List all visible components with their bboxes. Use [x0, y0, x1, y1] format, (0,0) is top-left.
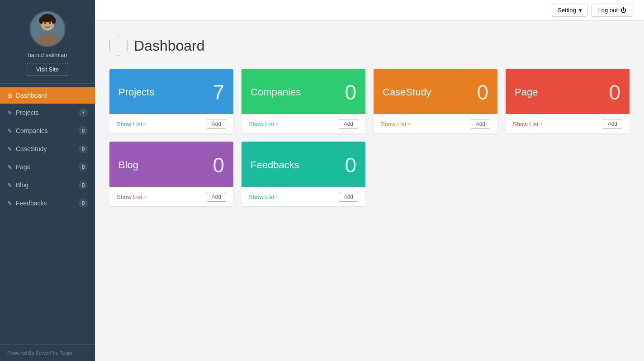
- card-casestudy-count: 0: [477, 80, 488, 104]
- chevron-right-icon: ›: [276, 194, 278, 200]
- sidebar-profile: hamid salimian Visit Site: [0, 0, 95, 84]
- card-blog: Blog 0 Show List › Add: [109, 142, 233, 206]
- card-casestudy-bottom: Show List › Add: [374, 114, 497, 133]
- chevron-right-icon: ›: [144, 194, 146, 200]
- main-content: Setting ▾ Log out ⏻ Dashboard Projects 7: [95, 0, 644, 361]
- chevron-right-icon: ›: [144, 121, 146, 127]
- blog-show-list-label: Show List: [117, 194, 142, 200]
- svg-point-6: [39, 17, 43, 24]
- card-companies-top: Companies 0: [242, 69, 365, 114]
- card-page-label: Page: [515, 86, 538, 98]
- card-feedbacks-count: 0: [345, 153, 356, 177]
- companies-badge: 0: [79, 126, 88, 135]
- card-page-bottom: Show List › Add: [506, 114, 630, 133]
- edit-icon: ✎: [7, 128, 12, 134]
- sidebar-item-label: CaseStudy: [16, 145, 47, 152]
- card-page-top: Page 0: [506, 69, 630, 114]
- casestudy-show-list-label: Show List: [381, 121, 406, 128]
- sidebar-item-dashboard[interactable]: ⊞ Dashboard: [0, 87, 95, 104]
- card-blog-bottom: Show List › Add: [109, 187, 233, 206]
- content-area: Dashboard Projects 7 Show List › Add: [95, 21, 644, 221]
- svg-point-4: [49, 22, 51, 24]
- topbar: Setting ▾ Log out ⏻: [95, 0, 644, 21]
- sidebar-item-label: Companies: [16, 127, 48, 134]
- sidebar-item-projects[interactable]: ✎ Projects 7: [0, 104, 95, 122]
- casestudy-show-list-link[interactable]: Show List ›: [381, 121, 410, 128]
- card-companies-bottom: Show List › Add: [242, 114, 365, 133]
- sidebar-item-feedbacks[interactable]: ✎ Feedbacks 0: [0, 194, 95, 212]
- card-projects-top: Projects 7: [109, 69, 233, 114]
- page-title: Dashboard: [134, 38, 205, 54]
- card-feedbacks-top: Feedbacks 0: [242, 142, 365, 187]
- card-casestudy-top: CaseStudy 0: [374, 69, 497, 114]
- feedbacks-add-button[interactable]: Add: [339, 192, 358, 202]
- card-feedbacks-label: Feedbacks: [251, 159, 299, 171]
- blog-badge: 0: [79, 180, 88, 190]
- casestudy-badge: 0: [79, 144, 88, 153]
- card-feedbacks: Feedbacks 0 Show List › Add: [242, 142, 365, 206]
- feedbacks-show-list-label: Show List: [249, 194, 274, 200]
- setting-label: Setting: [558, 7, 576, 14]
- feedbacks-badge: 0: [79, 199, 88, 208]
- card-blog-top: Blog 0: [109, 142, 233, 187]
- sidebar-item-page[interactable]: ✎ Page 0: [0, 158, 95, 176]
- page-show-list-link[interactable]: Show List ›: [513, 121, 542, 128]
- card-projects: Projects 7 Show List › Add: [109, 69, 233, 133]
- chevron-right-icon: ›: [540, 121, 542, 127]
- sidebar-item-casestudy[interactable]: ✎ CaseStudy 0: [0, 140, 95, 158]
- logout-button[interactable]: Log out ⏻: [592, 4, 633, 17]
- card-projects-count: 7: [213, 80, 224, 104]
- card-page: Page 0 Show List › Add: [506, 69, 630, 133]
- feedbacks-show-list-link[interactable]: Show List ›: [249, 194, 278, 200]
- hex-decoration: [109, 35, 128, 56]
- sidebar-item-blog[interactable]: ✎ Blog 0: [0, 176, 95, 194]
- projects-badge: 7: [79, 108, 88, 117]
- page-show-list-label: Show List: [513, 121, 538, 128]
- card-casestudy: CaseStudy 0 Show List › Add: [374, 69, 497, 133]
- card-companies-label: Companies: [251, 86, 301, 98]
- card-casestudy-label: CaseStudy: [383, 86, 431, 98]
- companies-show-list-label: Show List: [249, 121, 274, 128]
- projects-show-list-link[interactable]: Show List ›: [117, 121, 146, 128]
- chevron-right-icon: ›: [408, 121, 410, 127]
- grid-icon: ⊞: [7, 92, 12, 99]
- sidebar: hamid salimian Visit Site ⊞ Dashboard ✎ …: [0, 0, 95, 361]
- svg-point-7: [52, 17, 56, 24]
- card-projects-label: Projects: [118, 86, 154, 98]
- power-icon: ⏻: [620, 7, 626, 14]
- edit-icon: ✎: [7, 182, 12, 189]
- edit-icon: ✎: [7, 146, 12, 152]
- sidebar-nav: ⊞ Dashboard ✎ Projects 7 ✎ Companies 0 ✎…: [0, 84, 95, 344]
- page-badge: 0: [79, 162, 88, 171]
- sidebar-footer: Powered By ServerFire Team: [0, 344, 95, 361]
- sidebar-username: hamid salimian: [28, 52, 67, 58]
- dashboard-title-wrap: Dashboard: [109, 35, 630, 56]
- sidebar-item-label: Projects: [16, 109, 39, 116]
- blog-add-button[interactable]: Add: [207, 192, 226, 202]
- edit-icon: ✎: [7, 200, 12, 207]
- edit-icon: ✎: [7, 109, 12, 116]
- chevron-down-icon: ▾: [579, 7, 582, 14]
- card-page-count: 0: [609, 80, 620, 104]
- sidebar-item-label: Feedbacks: [16, 200, 47, 207]
- avatar: [29, 11, 66, 47]
- casestudy-add-button[interactable]: Add: [471, 119, 490, 129]
- logout-label: Log out: [598, 7, 618, 14]
- card-companies: Companies 0 Show List › Add: [242, 69, 365, 133]
- cards-grid-row1: Projects 7 Show List › Add Companies 0: [109, 69, 630, 133]
- companies-show-list-link[interactable]: Show List ›: [249, 121, 278, 128]
- blog-show-list-link[interactable]: Show List ›: [117, 194, 146, 200]
- svg-point-3: [44, 22, 46, 24]
- setting-dropdown[interactable]: Setting ▾: [552, 4, 587, 17]
- sidebar-item-companies[interactable]: ✎ Companies 0: [0, 122, 95, 140]
- projects-add-button[interactable]: Add: [207, 119, 226, 129]
- card-feedbacks-bottom: Show List › Add: [242, 187, 365, 206]
- page-add-button[interactable]: Add: [603, 119, 622, 129]
- companies-add-button[interactable]: Add: [339, 119, 358, 129]
- visit-site-button[interactable]: Visit Site: [27, 63, 68, 76]
- card-companies-count: 0: [345, 80, 356, 104]
- card-blog-label: Blog: [118, 159, 138, 171]
- edit-icon: ✎: [7, 164, 12, 171]
- chevron-right-icon: ›: [276, 121, 278, 127]
- projects-show-list-label: Show List: [117, 121, 142, 128]
